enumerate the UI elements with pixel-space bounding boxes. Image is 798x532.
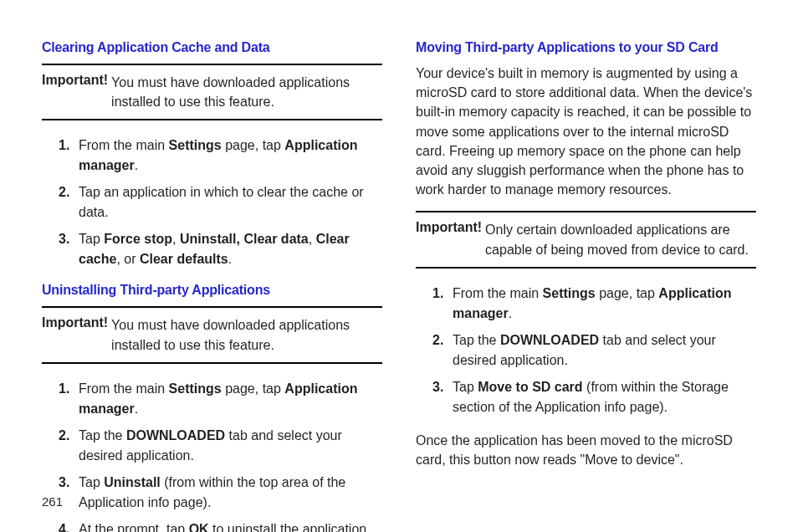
important-label: Important!	[42, 73, 108, 88]
step-number: 4.	[59, 519, 69, 532]
important-text: You must have downloaded applications in…	[111, 315, 382, 354]
important-box-1: Important! You must have downloaded appl…	[42, 64, 382, 120]
heading-moving-sd: Moving Third-party Applications to your …	[416, 40, 756, 55]
step-number: 1.	[432, 284, 443, 304]
left-column: Clearing Application Cache and Data Impo…	[42, 40, 382, 507]
important-text: Only certain downloaded applications are…	[485, 220, 756, 258]
step-text: Tap the DOWNLOADED tab and select your d…	[453, 333, 716, 367]
step-item: 1. From the main Settings page, tap Appl…	[59, 136, 382, 176]
step-number: 2.	[432, 330, 443, 350]
right-column: Moving Third-party Applications to your …	[416, 40, 756, 507]
important-label: Important!	[416, 220, 482, 235]
step-number: 3.	[59, 473, 69, 493]
step-text: Tap the DOWNLOADED tab and select your d…	[79, 428, 342, 463]
step-text: From the main Settings page, tap Applica…	[79, 138, 357, 172]
steps-list-3: 1. From the main Settings page, tap Appl…	[416, 284, 756, 417]
step-number: 1.	[59, 136, 69, 156]
step-item: 3. Tap Move to SD card (from within the …	[432, 377, 756, 417]
step-item: 2. Tap an application in which to clear …	[59, 182, 382, 223]
step-number: 2.	[59, 426, 69, 446]
step-item: 1. From the main Settings page, tap Appl…	[432, 284, 756, 324]
page-number: 261	[42, 494, 63, 509]
important-label: Important!	[42, 315, 108, 330]
heading-clearing-cache: Clearing Application Cache and Data	[42, 40, 382, 55]
steps-list-1: 1. From the main Settings page, tap Appl…	[42, 136, 382, 269]
step-item: 2. Tap the DOWNLOADED tab and select you…	[59, 426, 382, 466]
step-item: 4. At the prompt, tap OK to uninstall th…	[59, 519, 382, 532]
step-text: From the main Settings page, tap Applica…	[453, 286, 731, 320]
step-number: 2.	[59, 182, 69, 202]
important-box-3: Important! Only certain downloaded appli…	[416, 211, 756, 268]
step-item: 1. From the main Settings page, tap Appl…	[59, 379, 382, 419]
important-box-2: Important! You must have downloaded appl…	[42, 306, 382, 363]
step-item: 3. Tap Force stop, Uninstall, Clear data…	[59, 229, 382, 269]
step-number: 3.	[432, 377, 443, 397]
step-text: Tap Uninstall (from within the top area …	[79, 475, 345, 509]
step-text: At the prompt, tap OK to uninstall the a…	[79, 522, 371, 532]
step-item: 3. Tap Uninstall (from within the top ar…	[59, 473, 382, 513]
step-text: Tap Move to SD card (from within the Sto…	[453, 380, 729, 414]
step-text: Tap Force stop, Uninstall, Clear data, C…	[79, 232, 350, 266]
step-text: From the main Settings page, tap Applica…	[79, 381, 357, 416]
step-item: 2. Tap the DOWNLOADED tab and select you…	[432, 330, 756, 371]
step-number: 3.	[59, 229, 69, 249]
steps-list-2: 1. From the main Settings page, tap Appl…	[42, 379, 382, 532]
step-text: Tap an application in which to clear the…	[79, 185, 364, 219]
important-text: You must have downloaded applications in…	[111, 73, 382, 111]
heading-uninstalling: Uninstalling Third-party Applications	[42, 283, 382, 298]
intro-paragraph: Your device's built in memory is augment…	[416, 64, 756, 199]
outro-paragraph: Once the application has been moved to t…	[416, 431, 756, 469]
step-number: 1.	[59, 379, 69, 399]
